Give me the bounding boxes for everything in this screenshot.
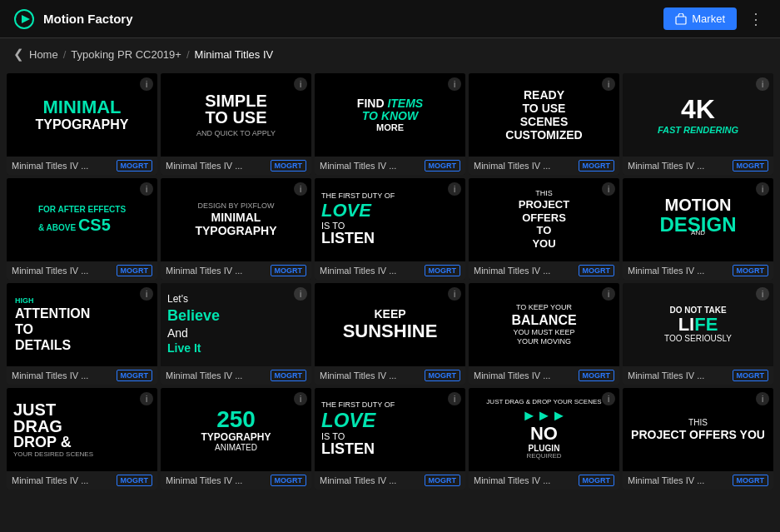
info-button-8[interactable]: i xyxy=(448,182,461,196)
grid-item-8[interactable]: i THE FIRST DUTY OF LOVE IS TO LISTEN Mi… xyxy=(315,178,465,280)
grid-item-12[interactable]: i Let's Believe And Live It Minimal Titl… xyxy=(161,283,311,385)
breadcrumb-sep1: / xyxy=(63,48,67,61)
thumbnail-20: i THIS PROJECT OFFERS YOU xyxy=(623,388,773,471)
item-name-18: Minimal Titles IV ... xyxy=(320,475,396,485)
grid-item-20[interactable]: i THIS PROJECT OFFERS YOU Minimal Titles… xyxy=(623,388,773,490)
info-button-1[interactable]: i xyxy=(140,77,153,91)
grid-item-18[interactable]: i THE FIRST DUTY OF LOVE IS TO LISTEN Mi… xyxy=(315,388,465,490)
mogrt-badge-2: MOGRT xyxy=(271,160,307,172)
thumbnail-10: i MOTION DESIGN AND xyxy=(623,178,773,261)
info-button-10[interactable]: i xyxy=(756,182,769,196)
mogrt-badge-19: MOGRT xyxy=(579,475,615,486)
grid-item-4[interactable]: i READY TO USE SCENES CUSTOMIZED Minimal… xyxy=(469,73,619,175)
item-footer-5: Minimal Titles IV ... MOGRT xyxy=(623,157,773,175)
info-button-20[interactable]: i xyxy=(756,392,769,405)
item-footer-7: Minimal Titles IV ... MOGRT xyxy=(161,261,311,280)
thumbnail-4: i READY TO USE SCENES CUSTOMIZED xyxy=(469,73,619,157)
thumbnail-5: i 4K FAST RENDERING xyxy=(623,73,773,157)
item-footer-17: Minimal Titles IV ... MOGRT xyxy=(161,471,311,490)
info-button-18[interactable]: i xyxy=(448,392,461,405)
thumbnail-6: i FOR AFTER EFFECTS & ABOVE CS5 xyxy=(7,178,157,261)
thumbnail-16: i JUST DRAG DROP & YOUR DESIRED SCENES xyxy=(7,388,157,471)
thumbnail-8: i THE FIRST DUTY OF LOVE IS TO LISTEN xyxy=(315,178,465,261)
item-name-5: Minimal Titles IV ... xyxy=(628,161,704,171)
header: Motion Factory Market ⋮ xyxy=(0,0,780,38)
info-button-9[interactable]: i xyxy=(602,182,615,196)
item-name-13: Minimal Titles IV ... xyxy=(320,370,396,380)
info-button-3[interactable]: i xyxy=(448,77,461,91)
grid-item-19[interactable]: i JUST DRAG & DROP YOUR SCENES ►►► NO PL… xyxy=(469,388,619,490)
grid-item-13[interactable]: i KEEP SUNSHINE Minimal Titles IV ... MO… xyxy=(315,283,465,385)
item-footer-9: Minimal Titles IV ... MOGRT xyxy=(469,261,619,280)
info-button-7[interactable]: i xyxy=(294,182,307,196)
mogrt-badge-4: MOGRT xyxy=(579,160,615,172)
info-button-17[interactable]: i xyxy=(294,392,307,405)
info-button-19[interactable]: i xyxy=(602,392,615,405)
svg-marker-1 xyxy=(22,15,30,23)
grid-item-2[interactable]: i SIMPLE TO USE AND QUICK TO APPLY Minim… xyxy=(161,73,311,175)
mogrt-badge-12: MOGRT xyxy=(271,370,307,381)
item-footer-2: Minimal Titles IV ... MOGRT xyxy=(161,157,311,175)
app-title: Motion Factory xyxy=(43,12,133,26)
item-footer-11: Minimal Titles IV ... MOGRT xyxy=(7,366,157,385)
grid-item-6[interactable]: i FOR AFTER EFFECTS & ABOVE CS5 Minimal … xyxy=(7,178,157,280)
info-button-6[interactable]: i xyxy=(140,182,153,196)
item-name-14: Minimal Titles IV ... xyxy=(474,370,550,380)
info-button-12[interactable]: i xyxy=(294,287,307,301)
thumbnail-7: i DESIGN BY PIXFLOW MINIMAL TYPOGRAPHY xyxy=(161,178,311,261)
item-footer-16: Minimal Titles IV ... MOGRT xyxy=(7,471,157,490)
item-name-2: Minimal Titles IV ... xyxy=(166,161,242,171)
mogrt-badge-13: MOGRT xyxy=(425,370,461,381)
item-footer-6: Minimal Titles IV ... MOGRT xyxy=(7,261,157,280)
info-button-11[interactable]: i xyxy=(140,287,153,301)
item-footer-14: Minimal Titles IV ... MOGRT xyxy=(469,366,619,385)
thumbnail-18: i THE FIRST DUTY OF LOVE IS TO LISTEN xyxy=(315,388,465,471)
item-footer-20: Minimal Titles IV ... MOGRT xyxy=(623,471,773,490)
item-footer-19: Minimal Titles IV ... MOGRT xyxy=(469,471,619,490)
thumbnail-1: i MINIMAL TYPOGRAPHY xyxy=(7,73,157,157)
market-icon xyxy=(675,13,687,25)
info-button-2[interactable]: i xyxy=(294,77,307,91)
market-button[interactable]: Market xyxy=(663,7,737,30)
grid-item-15[interactable]: i DO NOT TAKE LIFE TOO SERIOUSLY Minimal… xyxy=(623,283,773,385)
grid-item-11[interactable]: i HIGH ATTENTION TO DETAILS Minimal Titl… xyxy=(7,283,157,385)
item-footer-15: Minimal Titles IV ... MOGRT xyxy=(623,366,773,385)
mogrt-badge-6: MOGRT xyxy=(117,265,153,276)
svg-rect-2 xyxy=(676,17,686,24)
grid-item-9[interactable]: i THIS PROJECT OFFERS TO YOU Minimal Tit… xyxy=(469,178,619,280)
info-button-16[interactable]: i xyxy=(140,392,153,405)
grid-item-17[interactable]: i 250 TYPOGRAPHY ANIMATED Minimal Titles… xyxy=(161,388,311,490)
back-arrow[interactable]: ❮ xyxy=(13,47,24,62)
thumbnail-15: i DO NOT TAKE LIFE TOO SERIOUSLY xyxy=(623,283,773,366)
info-button-14[interactable]: i xyxy=(602,287,615,301)
grid-item-7[interactable]: i DESIGN BY PIXFLOW MINIMAL TYPOGRAPHY M… xyxy=(161,178,311,280)
item-name-19: Minimal Titles IV ... xyxy=(474,475,550,485)
mogrt-badge-17: MOGRT xyxy=(271,475,307,486)
more-options-icon[interactable]: ⋮ xyxy=(745,7,767,32)
breadcrumb-current: Minimal Titles IV xyxy=(195,48,274,61)
grid-item-3[interactable]: i FIND ITEMS TO KNOW MORE Minimal Titles… xyxy=(315,73,465,175)
grid-item-5[interactable]: i 4K FAST RENDERING Minimal Titles IV ..… xyxy=(623,73,773,175)
info-button-5[interactable]: i xyxy=(756,77,769,91)
item-name-16: Minimal Titles IV ... xyxy=(12,475,88,485)
header-left: Motion Factory xyxy=(13,8,133,30)
thumbnail-2: i SIMPLE TO USE AND QUICK TO APPLY xyxy=(161,73,311,157)
item-name-7: Minimal Titles IV ... xyxy=(166,266,242,276)
mogrt-badge-7: MOGRT xyxy=(271,265,307,276)
info-button-13[interactable]: i xyxy=(448,287,461,301)
mogrt-badge-10: MOGRT xyxy=(733,265,769,276)
item-name-10: Minimal Titles IV ... xyxy=(628,266,704,276)
item-name-17: Minimal Titles IV ... xyxy=(166,475,242,485)
info-button-4[interactable]: i xyxy=(602,77,615,91)
grid-item-16[interactable]: i JUST DRAG DROP & YOUR DESIRED SCENES M… xyxy=(7,388,157,490)
info-button-15[interactable]: i xyxy=(756,287,769,301)
breadcrumb-parent[interactable]: Typoking PR CC2019+ xyxy=(71,48,181,61)
header-right: Market ⋮ xyxy=(663,7,767,32)
item-footer-18: Minimal Titles IV ... MOGRT xyxy=(315,471,465,490)
mogrt-badge-9: MOGRT xyxy=(579,265,615,276)
grid-item-14[interactable]: i TO KEEP YOUR BALANCE YOU MUST KEEP YOU… xyxy=(469,283,619,385)
mogrt-badge-8: MOGRT xyxy=(425,265,461,276)
breadcrumb-home[interactable]: Home xyxy=(29,48,58,61)
grid-item-1[interactable]: i MINIMAL TYPOGRAPHY Minimal Titles IV .… xyxy=(7,73,157,175)
grid-item-10[interactable]: i MOTION DESIGN AND Minimal Titles IV ..… xyxy=(623,178,773,280)
